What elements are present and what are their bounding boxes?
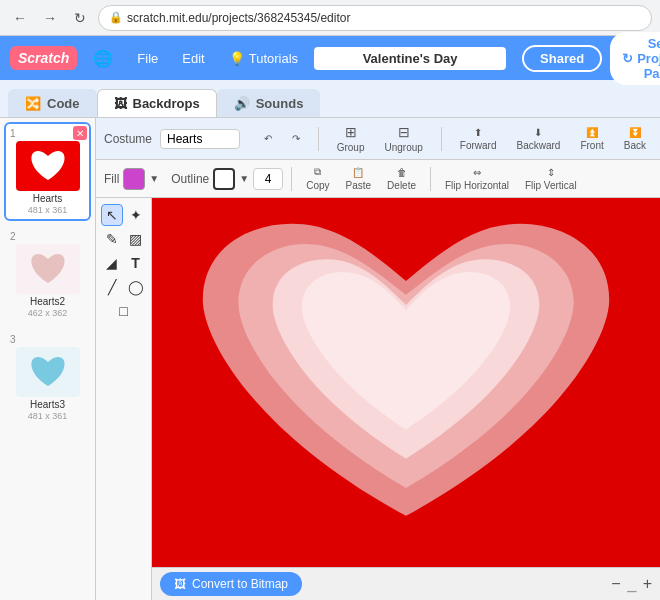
reshape-tool[interactable]: ✦	[125, 204, 147, 226]
select-tool[interactable]: ↖	[101, 204, 123, 226]
tool-row-3: ◢ T	[101, 252, 147, 274]
file-menu[interactable]: File	[129, 47, 166, 70]
costume-number-3: 3	[10, 334, 16, 345]
front-button[interactable]: ⏫ Front	[574, 125, 609, 153]
brush-tool[interactable]: ✎	[101, 228, 123, 250]
back-button[interactable]: ←	[8, 6, 32, 30]
back-icon: ⏬	[629, 127, 641, 138]
project-name-input[interactable]	[314, 47, 506, 70]
fill-color-swatch[interactable]	[123, 168, 145, 190]
fill-label: Fill	[104, 172, 119, 186]
flip-h-button[interactable]: ⇔ Flip Horizontal	[439, 165, 515, 193]
outline-arrow[interactable]: ▼	[239, 173, 249, 184]
copy-button[interactable]: ⧉ Copy	[300, 164, 335, 193]
stroke-input[interactable]	[253, 168, 283, 190]
costume-label: Costume	[104, 132, 152, 146]
sep4	[430, 167, 431, 191]
code-icon: 🔀	[25, 96, 41, 111]
fill-arrow[interactable]: ▼	[149, 173, 159, 184]
costume-thumb-2	[16, 244, 80, 294]
text-tool[interactable]: T	[125, 252, 147, 274]
convert-to-bitmap-button[interactable]: 🖼 Convert to Bitmap	[160, 572, 302, 596]
tab-code[interactable]: 🔀 Code	[8, 89, 97, 117]
costume-thumb-1	[16, 141, 80, 191]
back-button2[interactable]: ⏬ Back	[618, 125, 652, 153]
costume-label-3: Hearts3481 x 361	[28, 399, 68, 421]
costume-list: ✕ 1 Hearts481 x 361 2 Hearts2462 x 362 3	[0, 118, 96, 600]
tab-bar: 🔀 Code 🖼 Backdrops 🔊 Sounds	[0, 80, 660, 118]
outline-color-swatch[interactable]	[213, 168, 235, 190]
tab-sounds[interactable]: 🔊 Sounds	[217, 89, 321, 117]
zoom-in-button[interactable]: +	[643, 575, 652, 593]
group-button[interactable]: ⊞ Group	[331, 122, 371, 155]
delete-icon: 🗑	[397, 167, 407, 178]
globe-button[interactable]: 🌐	[85, 45, 121, 72]
forward-button[interactable]: →	[38, 6, 62, 30]
sounds-icon: 🔊	[234, 96, 250, 111]
refresh-icon: ↻	[622, 51, 633, 66]
edit-menu[interactable]: Edit	[174, 47, 212, 70]
paste-button[interactable]: 📋 Paste	[340, 165, 378, 193]
undo-button[interactable]: ↶	[258, 131, 278, 146]
line-tool[interactable]: ╱	[101, 276, 123, 298]
fill-tool[interactable]: ◢	[101, 252, 123, 274]
tutorials-button[interactable]: 💡 Tutorials	[221, 47, 306, 70]
costume-delete-1[interactable]: ✕	[73, 126, 87, 140]
lock-icon: 🔒	[109, 11, 123, 24]
backdrops-icon: 🖼	[114, 96, 127, 111]
rect-tool[interactable]: □	[113, 300, 135, 322]
editor: ✕ 1 Hearts481 x 361 2 Hearts2462 x 362 3	[0, 118, 660, 600]
costume-label-1: Hearts481 x 361	[28, 193, 68, 215]
costume-label-2: Hearts2462 x 362	[28, 296, 68, 318]
redo-icon: ↷	[292, 133, 300, 144]
circle-tool[interactable]: ◯	[125, 276, 147, 298]
forward-icon: ⬆	[474, 127, 482, 138]
costume-item-3[interactable]: 3 Hearts3481 x 361	[4, 328, 91, 427]
paint-actions-toolbar: Fill ▼ Outline ▼ ⧉ Copy 📋 Paste 🗑 Dele	[96, 160, 660, 198]
costume-name-input[interactable]	[160, 129, 240, 149]
paint-editor: Costume ↶ ↷ ⊞ Group ⊟ Ungroup ⬆ Forwar	[96, 118, 660, 600]
costume-number-1: 1	[10, 128, 16, 139]
redo-button[interactable]: ↷	[286, 131, 306, 146]
url-bar: 🔒 scratch.mit.edu/projects/368245345/edi…	[98, 5, 652, 31]
reload-button[interactable]: ↻	[68, 6, 92, 30]
backward-button[interactable]: ⬇ Backward	[511, 125, 567, 153]
costume-item[interactable]: ✕ 1 Hearts481 x 361	[4, 122, 91, 221]
convert-icon: 🖼	[174, 577, 186, 591]
tutorials-icon: 💡	[229, 51, 245, 66]
see-project-button[interactable]: ↻ See Project Page	[610, 32, 660, 85]
scratch-toolbar: Scratch 🌐 File Edit 💡 Tutorials Shared ↻…	[0, 36, 660, 80]
ungroup-icon: ⊟	[398, 124, 410, 140]
outline-section: Outline ▼	[171, 168, 249, 190]
flip-v-button[interactable]: ⇕ Flip Vertical	[519, 165, 583, 193]
tool-row-4: ╱ ◯	[101, 276, 147, 298]
costume-number-2: 2	[10, 231, 16, 242]
eraser-tool[interactable]: ▨	[125, 228, 147, 250]
copy-icon: ⧉	[314, 166, 321, 178]
flip-h-icon: ⇔	[473, 167, 481, 178]
undo-icon: ↶	[264, 133, 272, 144]
paste-icon: 📋	[352, 167, 364, 178]
costume-item-2[interactable]: 2 Hearts2462 x 362	[4, 225, 91, 324]
tool-row-5: □	[113, 300, 135, 322]
forward-button[interactable]: ⬆ Forward	[454, 125, 503, 153]
ungroup-button[interactable]: ⊟ Ungroup	[378, 122, 428, 155]
separator2	[441, 127, 442, 151]
delete-button[interactable]: 🗑 Delete	[381, 165, 422, 193]
tool-row-2: ✎ ▨	[101, 228, 147, 250]
separator	[318, 127, 319, 151]
zoom-divider: ⎯	[627, 575, 637, 593]
paint-name-toolbar: Costume ↶ ↷ ⊞ Group ⊟ Ungroup ⬆ Forwar	[96, 118, 660, 160]
outline-label: Outline	[171, 172, 209, 186]
browser-bar: ← → ↻ 🔒 scratch.mit.edu/projects/3682453…	[0, 0, 660, 36]
zoom-controls: − ⎯ +	[611, 575, 652, 593]
costume-thumb-3	[16, 347, 80, 397]
canvas-bottom-bar: 🖼 Convert to Bitmap − ⎯ +	[152, 567, 660, 600]
zoom-out-button[interactable]: −	[611, 575, 620, 593]
tab-backdrops[interactable]: 🖼 Backdrops	[97, 89, 217, 117]
canvas-svg[interactable]	[152, 198, 660, 567]
tools-panel: ↖ ✦ ✎ ▨ ◢ T ╱ ◯ □	[96, 198, 152, 600]
drawing-area: ↖ ✦ ✎ ▨ ◢ T ╱ ◯ □	[96, 198, 660, 600]
canvas-area[interactable]: 🖼 Convert to Bitmap − ⎯ +	[152, 198, 660, 600]
shared-button[interactable]: Shared	[522, 45, 602, 72]
